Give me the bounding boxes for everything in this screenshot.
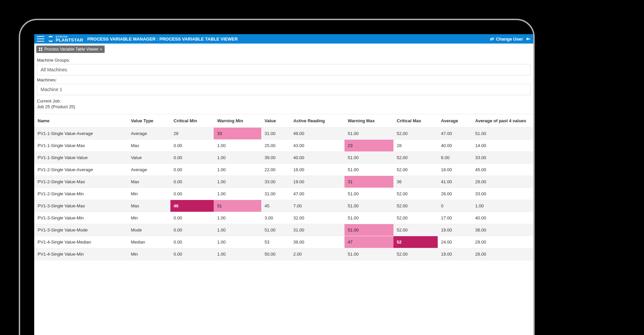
cell: PV1-2-Single Value-Average [34,164,127,176]
current-job: Current Job: Job 25 (Product 25) [37,98,531,109]
cell: 26.00 [472,248,533,260]
cell: 51.00 [344,164,393,176]
cell: 17.00 [438,212,472,224]
cell: PV1-1-Single Value-Max [34,140,127,152]
change-user-label: Change User [496,37,523,42]
chevron-down-icon: ▾ [100,48,102,51]
col-7[interactable]: Critical Max [393,114,438,128]
cell: 31 [344,176,393,188]
cell: 51.00 [344,224,393,236]
cell: 28 [170,128,214,140]
cell: 51 [214,200,261,212]
table-row: PV1-2-Single Value-MaxMax0.001.0033.0019… [34,176,533,188]
cell: 19.00 [290,176,344,188]
col-8[interactable]: Average [438,114,472,128]
logo-ring-icon [48,36,54,42]
cell: 0.00 [170,140,214,152]
col-3[interactable]: Warning Min [214,114,261,128]
cell: 18.00 [438,164,472,176]
cell: 51.00 [344,128,393,140]
cell: 14.00 [472,140,533,152]
cell: Average [127,128,170,140]
cell: PV1-3-Single Value-Mode [34,224,127,236]
table-row: PV1-2-Single Value-AverageAverage0.001.0… [34,164,533,176]
cell: PV1-3-Single Value-Min [34,212,127,224]
cell: 1.00 [214,152,261,164]
cell: 0.00 [170,224,214,236]
col-6[interactable]: Warning Max [344,114,393,128]
cell: 1.00 [214,164,261,176]
machine-groups-label: Machine Groups: [37,58,531,63]
cell: 31.00 [290,224,344,236]
cell: 0.00 [170,248,214,260]
cell: 0.00 [170,188,214,200]
grid-icon [39,48,42,51]
cell: 2.00 [290,248,344,260]
cell: PV1-2-Single Value-Max [34,176,127,188]
cell: 40.00 [472,212,533,224]
cell: 51.00 [472,128,533,140]
cell: 33 [214,128,261,140]
cell: 0.00 [170,176,214,188]
machines-select[interactable]: Machine 1 [37,84,531,95]
cell: 52.00 [393,128,438,140]
cell: 31.00 [261,188,290,200]
cell: 40.00 [438,140,472,152]
table-row: PV1-1-Single Value-MaxMax0.001.0025.0043… [34,140,533,152]
cell: 53 [261,236,290,248]
cell: Min [127,212,170,224]
cell: 49.00 [290,128,344,140]
col-4[interactable]: Value [261,114,290,128]
cell: 31.00 [261,128,290,140]
logo-big-text: PLANTSTAR [56,38,83,42]
table-row: PV1-3-Single Value-ModeMode0.001.0051.00… [34,224,533,236]
cell: 29.00 [472,236,533,248]
cell: 19.00 [438,248,472,260]
cell: 1.00 [214,140,261,152]
app-window: SYSCON PLANTSTAR PROCESS VARIABLE MANAGE… [34,34,533,335]
table-row: PV1-4-Single Value-MinMin0.001.0050.002.… [34,248,533,260]
cell: 0 [438,200,472,212]
view-selector-label: Process Variable Table Viewer [44,47,98,52]
col-9[interactable]: Average of past 4 values [472,114,533,128]
cell: 43.00 [290,140,344,152]
cell: Mode [127,224,170,236]
table-head: NameValue TypeCritical MinWarning MinVal… [34,114,533,128]
sign-out-icon[interactable] [526,36,531,42]
tablet-frame: SYSCON PLANTSTAR PROCESS VARIABLE MANAGE… [20,20,533,335]
cell: 51.00 [344,212,393,224]
machine-groups-select[interactable]: All Machines [37,64,531,75]
col-1[interactable]: Value Type [127,114,170,128]
cell: 52.00 [393,200,438,212]
cell: 41.00 [438,176,472,188]
cell: 1.00 [214,176,261,188]
cell: 50.00 [261,248,290,260]
col-5[interactable]: Active Reading [290,114,344,128]
cell: 33.00 [472,188,533,200]
cell: 47 [344,236,393,248]
filters: Machine Groups: All Machines Machines: M… [34,54,533,111]
page-title: PROCESS VARIABLE MANAGER : PROCESS VARIA… [87,37,238,42]
cell: 19.00 [438,224,472,236]
col-2[interactable]: Critical Min [170,114,214,128]
table-row: PV1-2-Single Value-MinMin0.001.0031.0047… [34,188,533,200]
cell: 0.00 [170,164,214,176]
cell: 33.00 [472,152,533,164]
table-row: PV1-1-Single Value-ValueValue0.001.0039.… [34,152,533,164]
cell: 3.00 [261,212,290,224]
cell: 16.00 [290,164,344,176]
cell: 52.00 [393,188,438,200]
data-table: NameValue TypeCritical MinWarning MinVal… [34,114,533,260]
cell: PV1-1-Single Value-Value [34,152,127,164]
cell: 52.00 [393,224,438,236]
menu-icon[interactable] [37,36,44,42]
change-user-button[interactable]: Change User [490,36,523,42]
cell: 36 [393,176,438,188]
cell: 51.00 [344,188,393,200]
cell: 23 [344,140,393,152]
view-selector[interactable]: Process Variable Table Viewer ▾ [36,46,105,53]
cell: 45.00 [472,164,533,176]
col-0[interactable]: Name [34,114,127,128]
cell: 24.00 [438,236,472,248]
cell: 0.00 [170,152,214,164]
